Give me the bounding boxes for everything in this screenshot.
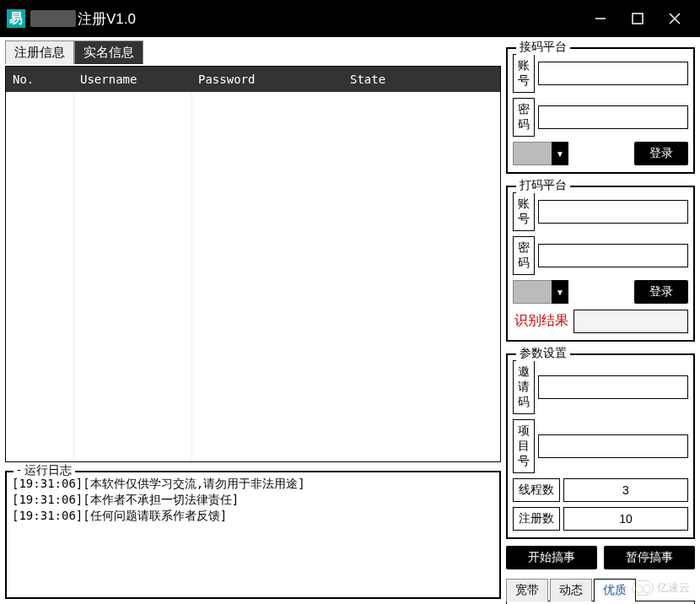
- title-obscured: [30, 10, 76, 27]
- tab-register-info[interactable]: 注册信息: [5, 40, 74, 64]
- sms-provider-select[interactable]: ▼: [513, 142, 568, 165]
- sms-account-input[interactable]: [538, 62, 688, 85]
- count-label: 注册数: [513, 507, 560, 531]
- captcha-password-input[interactable]: [538, 244, 688, 267]
- threads-value[interactable]: 3: [563, 478, 688, 502]
- captcha-login-button[interactable]: 登录: [634, 280, 688, 304]
- captcha-account-input[interactable]: [538, 200, 688, 224]
- col-password: Password: [191, 73, 343, 86]
- watermark-icon: [632, 580, 654, 596]
- sms-legend: 接码平台: [516, 40, 570, 55]
- project-input[interactable]: [538, 434, 688, 458]
- minimize-icon: [594, 12, 607, 25]
- tab-dynamic[interactable]: 动态: [550, 579, 592, 601]
- chevron-down-icon: ▼: [552, 142, 568, 165]
- tab-quality[interactable]: 优质: [594, 579, 636, 601]
- start-button[interactable]: 开始搞事: [506, 546, 597, 569]
- sms-password-input[interactable]: [538, 105, 688, 129]
- app-logo-icon: 易: [7, 9, 25, 28]
- sms-password-label: 密码: [513, 98, 535, 137]
- captcha-provider-select[interactable]: ▼: [513, 280, 568, 304]
- sms-platform-group: 接码平台 账号 密码 ▼ 登录: [506, 47, 695, 174]
- action-buttons: 开始搞事 暂停搞事: [506, 546, 695, 569]
- tab-broadband[interactable]: 宽带: [506, 579, 548, 601]
- count-value[interactable]: 10: [563, 507, 688, 531]
- watermark: 亿速云: [632, 580, 690, 596]
- titlebar: 易 注册V1.0: [0, 0, 700, 37]
- captcha-result-value: [573, 310, 688, 333]
- sms-account-label: 账号: [513, 54, 535, 93]
- project-label: 项目号: [513, 419, 535, 473]
- invite-input[interactable]: [538, 375, 688, 399]
- chevron-down-icon: ▼: [552, 280, 568, 304]
- col-no: No.: [6, 73, 73, 86]
- col-state: State: [343, 73, 500, 86]
- main-tabs: 注册信息 实名信息: [5, 40, 501, 64]
- captcha-result-label: 识别结果: [513, 309, 570, 333]
- data-table: No. Username Password State: [5, 66, 501, 462]
- params-legend: 参数设置: [516, 346, 570, 361]
- params-group: 参数设置 邀请码 项目号 线程数 3 注册数 10: [506, 353, 695, 539]
- tab-realname-info[interactable]: 实名信息: [74, 40, 143, 64]
- log-legend: - 运行日志: [13, 463, 75, 478]
- log-group: - 运行日志 [19:31:06][本软件仅供学习交流,请勿用于非法用途] [1…: [5, 471, 501, 599]
- close-icon: [668, 12, 681, 25]
- sms-login-button[interactable]: 登录: [634, 142, 688, 165]
- minimize-button[interactable]: [582, 0, 619, 37]
- col-username: Username: [73, 73, 191, 86]
- captcha-provider-swatch: [513, 280, 552, 304]
- stop-button[interactable]: 暂停搞事: [604, 546, 695, 569]
- threads-label: 线程数: [513, 478, 560, 502]
- captcha-account-label: 账号: [513, 192, 535, 231]
- window-title: 注册V1.0: [78, 9, 136, 29]
- svg-rect-1: [633, 13, 643, 24]
- table-header: No. Username Password State: [6, 67, 500, 92]
- captcha-platform-group: 打码平台 账号 密码 ▼ 登录 识别结果: [506, 186, 695, 342]
- invite-label: 邀请码: [513, 360, 535, 414]
- maximize-icon: [632, 13, 643, 24]
- captcha-legend: 打码平台: [516, 178, 570, 193]
- log-output[interactable]: [19:31:06][本软件仅供学习交流,请勿用于非法用途] [19:31:06…: [12, 476, 494, 524]
- table-body[interactable]: [6, 92, 500, 461]
- sms-provider-swatch: [513, 142, 552, 165]
- close-button[interactable]: [656, 0, 693, 37]
- captcha-password-label: 密码: [513, 236, 535, 275]
- maximize-button[interactable]: [619, 0, 656, 37]
